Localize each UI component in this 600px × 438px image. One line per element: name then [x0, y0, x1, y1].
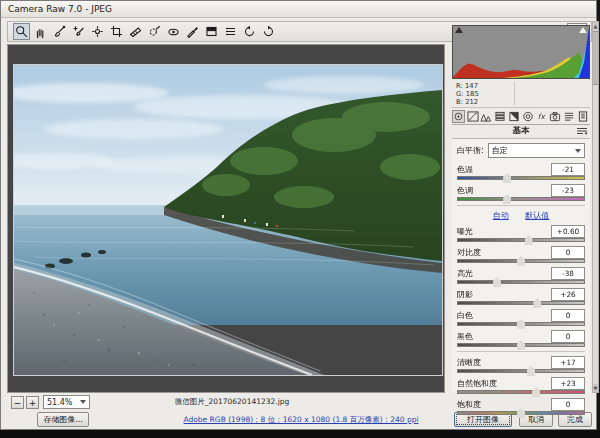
white-balance-select[interactable]: 自定: [488, 143, 585, 158]
slider-value-input[interactable]: +26: [551, 288, 585, 301]
slider-value-input[interactable]: -23: [551, 184, 585, 197]
slider-value-input[interactable]: -38: [551, 267, 585, 280]
save-image-button[interactable]: 存储图像...: [37, 412, 89, 427]
slider-track[interactable]: [457, 343, 585, 347]
default-link[interactable]: 默认值: [525, 211, 549, 220]
zoom-tool-icon[interactable]: [13, 23, 30, 40]
tab-snapshots[interactable]: [576, 110, 589, 123]
slider-track[interactable]: [457, 411, 585, 415]
r-value: 147: [465, 82, 478, 90]
tab-hsl-grayscale[interactable]: [494, 110, 507, 123]
slider-label: 饱和度: [457, 399, 481, 410]
panel-scrollbar[interactable]: ▲ ▼: [592, 21, 599, 393]
straighten-tool-icon[interactable]: [127, 23, 144, 40]
workflow-options-link[interactable]: Adobe RGB (1998)；8 位；1620 x 1080 (1.8 百万…: [111, 415, 491, 425]
tab-split-toning[interactable]: [508, 110, 521, 123]
r-label: R:: [456, 82, 463, 90]
slider-track[interactable]: [457, 369, 585, 373]
targeted-adjustment-tool-icon[interactable]: [89, 23, 106, 40]
adjustment-brush-tool-icon[interactable]: [184, 23, 201, 40]
slider-label: 对比度: [457, 247, 481, 258]
red-eye-tool-icon[interactable]: [165, 23, 182, 40]
slider-track[interactable]: [457, 390, 585, 394]
slider-label: 色调: [457, 185, 473, 196]
slider-value-input[interactable]: 0: [551, 246, 585, 259]
shadow-clipping-icon[interactable]: [455, 27, 463, 33]
slider-temperature: 色温-21: [457, 163, 585, 180]
slider-value-input[interactable]: 0: [551, 330, 585, 343]
tab-detail[interactable]: [480, 110, 493, 123]
slider-track[interactable]: [457, 197, 585, 201]
preview-area[interactable]: [7, 44, 445, 393]
zoom-in-button[interactable]: +: [26, 396, 39, 409]
graduated-filter-tool-icon[interactable]: [203, 23, 220, 40]
slider-shadows: 阴影+26: [457, 288, 585, 305]
slider-value-input[interactable]: +17: [551, 356, 585, 369]
slider-track[interactable]: [457, 259, 585, 263]
spot-removal-tool-icon[interactable]: [146, 23, 163, 40]
slider-label: 黑色: [457, 331, 473, 342]
slider-value-input[interactable]: +23: [551, 377, 585, 390]
screenshot-stage: Camera Raw 7.0 - JPEG: [0, 0, 600, 438]
scroll-down-icon[interactable]: ▼: [593, 384, 598, 392]
zoom-level-select[interactable]: 51.4%: [43, 395, 90, 409]
svg-text:fx: fx: [537, 112, 546, 121]
slider-track[interactable]: [457, 176, 585, 180]
preferences-icon[interactable]: [222, 23, 239, 40]
slider-track[interactable]: [457, 322, 585, 326]
slider-blacks: 黑色0: [457, 330, 585, 347]
slider-label: 清晰度: [457, 357, 481, 368]
panel-title: 基本: [513, 125, 530, 135]
white-balance-tool-icon[interactable]: [51, 23, 68, 40]
chevron-down-icon: [575, 149, 581, 153]
scrollbar-thumb[interactable]: [593, 31, 598, 85]
zoom-level-value: 51.4%: [47, 396, 72, 409]
divider: [457, 205, 585, 206]
slider-track[interactable]: [457, 301, 585, 305]
slider-track[interactable]: [457, 238, 585, 242]
slider-saturation: 饱和度0: [457, 398, 585, 415]
color-sampler-tool-icon[interactable]: [70, 23, 87, 40]
auto-default-links: 自动 默认值: [457, 210, 585, 221]
rotate-right-icon[interactable]: [260, 23, 277, 40]
tab-tone-curve[interactable]: [466, 110, 479, 123]
slider-contrast: 对比度0: [457, 246, 585, 263]
auto-link[interactable]: 自动: [493, 211, 509, 220]
tab-effects[interactable]: fx: [535, 110, 548, 123]
slider-exposure: 曝光+0.60: [457, 225, 585, 242]
crop-tool-icon[interactable]: [108, 23, 125, 40]
window-titlebar[interactable]: Camera Raw 7.0 - JPEG: [1, 1, 596, 18]
panel-menu-icon[interactable]: [576, 127, 588, 136]
g-value: 185: [466, 90, 479, 98]
slider-value-input[interactable]: 0: [551, 309, 585, 322]
highlight-clipping-icon[interactable]: [579, 27, 587, 33]
scroll-up-icon[interactable]: ▲: [593, 22, 598, 30]
hand-tool-icon[interactable]: [32, 23, 49, 40]
slider-label: 阴影: [457, 289, 473, 300]
slider-value-input[interactable]: +0.60: [551, 225, 585, 238]
slider-clarity: 清晰度+17: [457, 356, 585, 373]
slider-label: 自然饱和度: [457, 378, 497, 389]
white-balance-value: 自定: [492, 145, 508, 156]
g-label: G:: [456, 90, 464, 98]
photo-image: [14, 65, 442, 375]
white-balance-row: 白平衡: 自定: [457, 143, 585, 158]
photo-canvas[interactable]: [13, 64, 443, 376]
tab-basic[interactable]: [452, 110, 465, 123]
zoom-out-button[interactable]: −: [11, 396, 24, 409]
slider-vibrance: 自然饱和度+23: [457, 377, 585, 394]
slider-value-input[interactable]: -21: [551, 163, 585, 176]
slider-track[interactable]: [457, 280, 585, 284]
camera-raw-window: Camera Raw 7.0 - JPEG: [0, 0, 597, 430]
divider: [457, 351, 585, 352]
slider-tint: 色调-23: [457, 184, 585, 201]
histogram[interactable]: [452, 25, 590, 79]
slider-value-input[interactable]: 0: [551, 398, 585, 411]
tab-camera-calibration[interactable]: [549, 110, 562, 123]
tab-presets[interactable]: [563, 110, 576, 123]
tab-lens-corrections[interactable]: [521, 110, 534, 123]
rotate-left-icon[interactable]: [241, 23, 258, 40]
basic-panel: 白平衡: 自定 色温-21 色调-23 自动 默认值: [452, 139, 590, 393]
window-title: Camera Raw 7.0 - JPEG: [8, 4, 112, 14]
filename-label: 微信图片_20170620141232.jpg: [97, 397, 367, 407]
